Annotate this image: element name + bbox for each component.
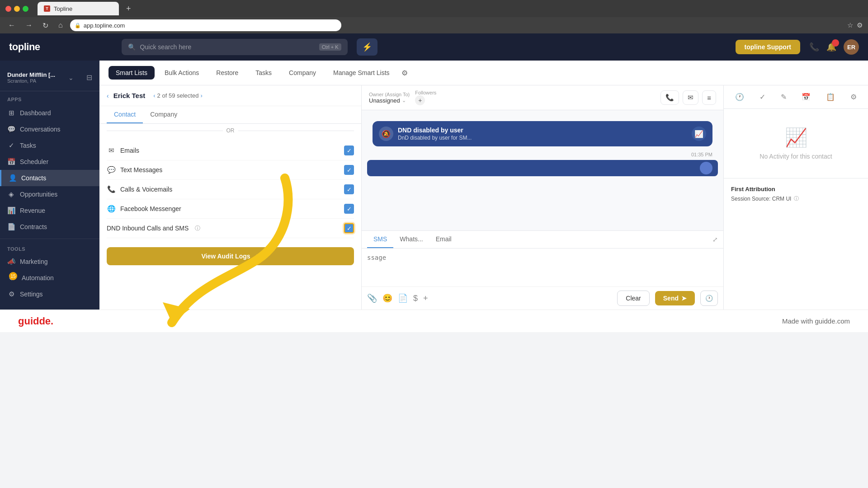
tab-company[interactable]: Company xyxy=(282,66,323,80)
tab-email[interactable]: Email xyxy=(429,231,458,248)
more-options-button[interactable]: + xyxy=(423,294,428,303)
layout-toggle-icon[interactable]: ⊟ xyxy=(86,73,92,82)
owner-label: Owner (Assign To) xyxy=(369,92,410,97)
dnd-checkbox[interactable]: ✓ xyxy=(344,223,354,233)
message-input[interactable] xyxy=(362,249,723,285)
view-audit-logs-button[interactable]: View Audit Logs ↗ xyxy=(107,247,354,265)
workspace-selector[interactable]: Dunder Mifflin [... Scranton, PA ⌄ ⊟ xyxy=(0,68,99,91)
text-messages-checkbox[interactable]: ✓ xyxy=(344,165,354,175)
emails-checkbox[interactable]: ✓ xyxy=(344,145,354,155)
payment-button[interactable]: $ xyxy=(413,294,418,303)
lightning-button[interactable]: ⚡ xyxy=(357,38,377,56)
sidebar-item-opportunities[interactable]: ◈ Opportunities xyxy=(0,186,99,202)
chat-top-bar: Owner (Assign To) Unassigned ⌄ Followers… xyxy=(362,85,723,110)
back-button[interactable]: ‹ xyxy=(107,92,109,99)
menu-action-button[interactable]: ≡ xyxy=(702,90,716,105)
refresh-button[interactable]: ↻ xyxy=(40,20,51,31)
sidebar-item-conversations[interactable]: 💬 Conversations xyxy=(0,121,99,137)
calendar-icon-button[interactable]: 📅 xyxy=(798,91,814,103)
back-button[interactable]: ← xyxy=(5,20,18,31)
home-button[interactable]: ⌂ xyxy=(56,20,66,31)
tab-sms[interactable]: SMS xyxy=(367,231,393,248)
schedule-button[interactable]: 🕐 xyxy=(700,291,718,306)
filter-calls-label: Calls & Voicemails xyxy=(120,186,172,193)
marketing-icon: 📣 xyxy=(7,258,15,266)
tab-whatsapp[interactable]: Whats... xyxy=(393,231,429,248)
owner-value: Unassigned ⌄ xyxy=(369,97,410,104)
next-selection-arrow[interactable]: › xyxy=(200,92,202,99)
tasks-icon: ✓ xyxy=(7,141,15,150)
nav-settings-button[interactable]: ⚙ xyxy=(401,69,408,77)
email-action-button[interactable]: ✉ xyxy=(683,90,698,105)
address-bar[interactable]: 🔒 app.topline.com xyxy=(70,19,341,31)
filter-emails: ✉ Emails ✓ xyxy=(107,141,354,160)
tab-bulk-actions[interactable]: Bulk Actions xyxy=(157,66,206,80)
send-button[interactable]: Send ➤ xyxy=(655,291,695,305)
tab-manage-smart-lists[interactable]: Manage Smart Lists xyxy=(326,66,397,80)
minimize-window-dot[interactable] xyxy=(14,6,20,12)
sidebar-item-label: Scheduler xyxy=(20,158,48,165)
email-filter-icon: ✉ xyxy=(107,146,116,155)
sidebar-item-label: Automation xyxy=(22,274,54,282)
emoji-button[interactable]: 😊 xyxy=(382,293,392,303)
sidebar-item-dashboard[interactable]: ⊞ Dashboard xyxy=(0,105,99,121)
sidebar-item-settings[interactable]: ⚙ Settings xyxy=(0,286,99,302)
phone-header-button[interactable]: 📞 xyxy=(809,42,819,52)
calls-checkbox[interactable]: ✓ xyxy=(344,184,354,194)
sidebar-item-contracts[interactable]: 📄 Contracts xyxy=(0,219,99,235)
prev-selection-arrow[interactable]: ‹ xyxy=(153,92,155,99)
expand-chat-button[interactable]: ⤢ xyxy=(712,236,718,243)
attribution-info-icon: ⓘ xyxy=(794,195,799,202)
new-tab-button[interactable]: + xyxy=(123,2,135,15)
lock-icon: 🔒 xyxy=(75,23,81,28)
bell-slash-icon: 🔕 xyxy=(382,130,391,138)
clear-button[interactable]: Clear xyxy=(617,291,649,306)
close-window-dot[interactable] xyxy=(5,6,11,12)
sidebar-item-revenue[interactable]: 📊 Revenue xyxy=(0,202,99,219)
attachment-button[interactable]: 📎 xyxy=(367,293,377,303)
sidebar-item-label: Opportunities xyxy=(20,191,57,198)
template-button[interactable]: 📄 xyxy=(398,293,408,303)
settings-icon-button[interactable]: ⚙ xyxy=(847,91,860,103)
tab-company[interactable]: Company xyxy=(143,106,184,123)
conversations-icon: 💬 xyxy=(7,125,15,133)
notes-icon-button[interactable]: 📋 xyxy=(822,91,839,103)
tab-restore[interactable]: Restore xyxy=(209,66,245,80)
right-panel-icons: 🕐 ✓ ✎ 📅 📋 ⚙ xyxy=(724,85,868,109)
revenue-icon: 📊 xyxy=(7,206,15,215)
chart-icon: 📈 xyxy=(785,127,807,148)
filter-facebook-label: Facebook Messenger xyxy=(120,205,181,212)
sms-filter-icon: 💬 xyxy=(107,166,116,174)
add-follower-button[interactable]: + xyxy=(415,95,425,105)
sidebar-item-automation[interactable]: ⚙ 15 Automation xyxy=(0,270,99,286)
dnd-activity-button[interactable]: 📈 xyxy=(692,127,706,141)
tasks-icon-button[interactable]: ✓ xyxy=(756,91,769,103)
facebook-checkbox[interactable]: ✓ xyxy=(344,204,354,214)
sidebar-item-contacts[interactable]: 👤 Contacts xyxy=(0,170,99,186)
tools-section-label: Tools xyxy=(0,243,99,253)
extension-button[interactable]: ⚙ xyxy=(857,21,863,29)
history-icon-button[interactable]: 🕐 xyxy=(731,91,748,103)
app-header: topline 🔍 Quick search here Ctrl + K ⚡ t… xyxy=(0,33,868,61)
top-nav-bar: Smart Lists Bulk Actions Restore Tasks C… xyxy=(99,61,868,85)
sidebar-item-scheduler[interactable]: 📅 Scheduler xyxy=(0,154,99,170)
scheduler-icon: 📅 xyxy=(7,158,15,166)
user-avatar[interactable]: ER xyxy=(844,39,859,55)
global-search[interactable]: 🔍 Quick search here Ctrl + K xyxy=(122,39,348,55)
bookmark-button[interactable]: ☆ xyxy=(847,21,853,29)
tab-smart-lists[interactable]: Smart Lists xyxy=(108,66,155,80)
phone-action-button[interactable]: 📞 xyxy=(660,90,679,105)
active-browser-tab[interactable]: T Topline xyxy=(38,2,119,15)
maximize-window-dot[interactable] xyxy=(23,6,28,12)
filter-emails-label: Emails xyxy=(120,147,139,154)
forward-button[interactable]: → xyxy=(23,20,35,31)
tab-contact[interactable]: Contact xyxy=(107,106,143,123)
chevron-down-icon[interactable]: ⌄ xyxy=(68,74,74,81)
sidebar-item-tasks[interactable]: ✓ Tasks xyxy=(0,137,99,154)
filter-facebook-messenger: 🌐 Facebook Messenger ✓ xyxy=(107,199,354,219)
tab-tasks[interactable]: Tasks xyxy=(248,66,279,80)
edit-icon-button[interactable]: ✎ xyxy=(777,91,790,103)
message-toolbar: 📎 😊 📄 $ + Clear Send ➤ 🕐 xyxy=(362,286,723,310)
support-button[interactable]: topline Support xyxy=(736,40,800,54)
sidebar-item-marketing[interactable]: 📣 Marketing xyxy=(0,253,99,270)
